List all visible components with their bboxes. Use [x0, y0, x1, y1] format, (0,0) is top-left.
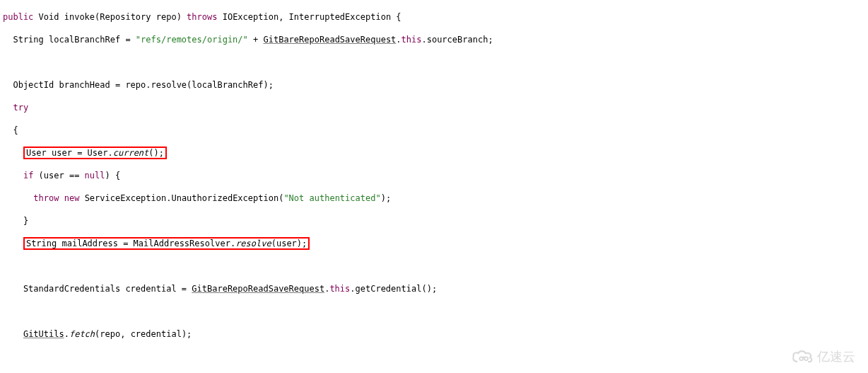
watermark-text: 亿速云 — [817, 351, 855, 362]
cloud-icon — [790, 349, 814, 365]
code-block: public Void invoke(Repository repo) thro… — [3, 11, 865, 373]
watermark: 亿速云 — [790, 349, 855, 365]
highlight-user-current: User user = User.current(); — [23, 147, 167, 159]
highlight-mail-address: String mailAddress = MailAddressResolver… — [23, 237, 310, 250]
svg-point-0 — [799, 357, 803, 360]
